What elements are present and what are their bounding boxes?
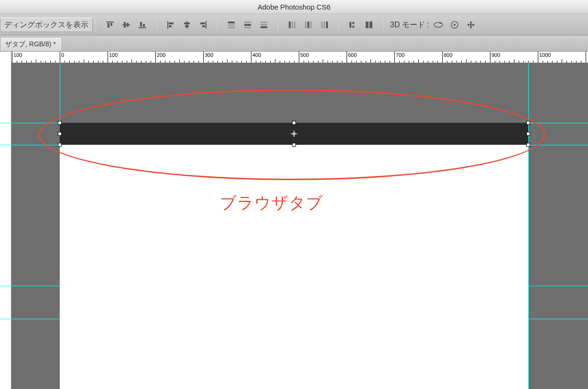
svg-rect-5 (127, 23, 129, 27)
svg-rect-27 (289, 22, 291, 28)
align-vcenter-icon[interactable] (119, 18, 133, 32)
ruler-label: 1000 (539, 52, 551, 58)
svg-rect-29 (294, 22, 295, 28)
document-tab-bar: ザタブ, RGB/8) * (0, 35, 588, 52)
toolbar-separator (383, 19, 383, 31)
horizontal-ruler[interactable]: 10001002003004005006007008009001000 (0, 52, 588, 63)
transform-handle-tl[interactable] (58, 121, 62, 125)
ruler-label: 600 (348, 52, 357, 58)
svg-rect-23 (244, 27, 251, 28)
svg-rect-13 (184, 22, 190, 24)
distribute-bottom-icon[interactable] (257, 18, 271, 32)
guide-vertical[interactable] (528, 63, 529, 389)
svg-rect-33 (321, 22, 323, 28)
ruler-label: 700 (396, 52, 404, 58)
transform-handle-ml[interactable] (58, 132, 62, 136)
toolbar-separator (278, 19, 278, 31)
svg-rect-8 (143, 24, 145, 27)
svg-point-41 (434, 22, 443, 27)
ruler-label: 200 (157, 52, 165, 58)
auto-blend-icon[interactable] (362, 18, 376, 32)
ruler-origin-corner[interactable] (0, 52, 11, 63)
distribute-right-icon[interactable] (317, 18, 332, 32)
document-canvas[interactable] (60, 123, 528, 389)
svg-rect-34 (324, 22, 325, 28)
transform-handle-br[interactable] (526, 143, 530, 147)
ruler-label: 900 (491, 52, 500, 58)
align-hcenter-icon[interactable] (180, 18, 194, 32)
show-bounding-box-button[interactable]: ディングボックスを表示 (0, 18, 93, 32)
svg-rect-18 (228, 22, 235, 23)
transform-handle-bl[interactable] (58, 143, 62, 147)
align-bottom-icon[interactable] (135, 18, 150, 32)
distribute-vcenter-icon[interactable] (240, 18, 255, 32)
canvas-stage[interactable]: ブラウザタブ (0, 63, 588, 389)
svg-rect-30 (305, 22, 306, 28)
svg-point-44 (454, 24, 456, 26)
show-bounding-box-label: ディングボックスを表示 (4, 20, 88, 30)
document-tab[interactable]: ザタブ, RGB/8) * (0, 37, 62, 51)
distribute-left-icon[interactable] (285, 18, 299, 32)
auto-align-icon[interactable] (346, 18, 360, 32)
pan-3d-icon[interactable] (464, 18, 478, 32)
options-bar: ディングボックスを表示 (0, 14, 588, 35)
app-title: Adobe Photoshop CS6 (258, 3, 331, 11)
transform-handle-bm[interactable] (292, 143, 296, 147)
svg-rect-21 (244, 22, 251, 23)
ruler-label: 100 (13, 52, 22, 58)
toolbar-separator (96, 19, 96, 31)
roll-3d-icon[interactable] (447, 18, 462, 32)
toolbar-separator (217, 19, 218, 31)
transform-handle-mr[interactable] (526, 132, 530, 136)
svg-rect-40 (370, 22, 372, 28)
svg-rect-26 (261, 26, 267, 28)
align-top-icon[interactable] (103, 18, 117, 32)
transform-handle-tm[interactable] (292, 121, 296, 125)
align-right-icon[interactable] (196, 18, 210, 32)
svg-rect-7 (140, 22, 142, 27)
svg-rect-10 (169, 22, 174, 24)
svg-rect-31 (307, 22, 309, 28)
svg-rect-20 (228, 27, 235, 28)
svg-rect-39 (366, 22, 369, 28)
svg-rect-24 (261, 22, 267, 23)
distribute-hcenter-icon[interactable] (301, 18, 316, 32)
svg-rect-11 (169, 25, 172, 27)
window-titlebar: Adobe Photoshop CS6 (0, 0, 588, 14)
svg-rect-28 (292, 22, 293, 28)
vertical-ruler[interactable] (0, 63, 11, 389)
svg-point-42 (439, 22, 441, 24)
svg-rect-25 (261, 24, 267, 25)
svg-rect-32 (310, 22, 312, 28)
mode-3d-label: 3D モード : (390, 20, 429, 30)
align-left-icon[interactable] (163, 18, 178, 32)
svg-rect-14 (185, 25, 189, 27)
ruler-label: 100 (109, 52, 118, 58)
toolbar-separator (156, 19, 157, 31)
distribute-top-icon[interactable] (224, 18, 239, 32)
svg-rect-17 (202, 25, 205, 27)
ruler-label: 800 (444, 52, 452, 58)
svg-rect-38 (352, 24, 355, 26)
orbit-3d-icon[interactable] (431, 18, 446, 32)
svg-rect-1 (108, 23, 109, 28)
transform-center-icon[interactable] (291, 130, 297, 137)
svg-rect-16 (200, 22, 205, 24)
toolbar-separator (338, 19, 339, 31)
svg-rect-4 (124, 22, 126, 28)
svg-rect-22 (244, 24, 251, 26)
svg-rect-19 (228, 24, 235, 26)
ruler-label: 0 (61, 52, 64, 58)
ruler-label: 500 (300, 52, 309, 58)
ruler-label: 300 (205, 52, 213, 58)
svg-rect-36 (349, 22, 351, 28)
ruler-label: 400 (252, 52, 261, 58)
transform-handle-tr[interactable] (526, 121, 530, 125)
svg-rect-2 (110, 23, 112, 26)
document-tab-label: ザタブ, RGB/8) * (5, 40, 56, 49)
svg-rect-35 (326, 22, 328, 28)
